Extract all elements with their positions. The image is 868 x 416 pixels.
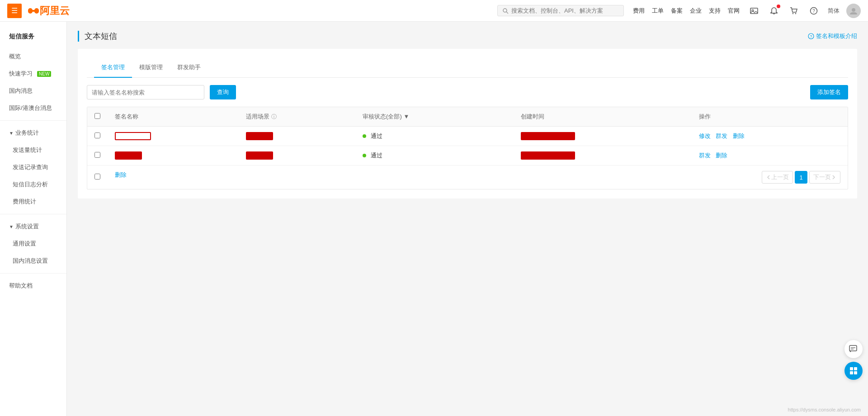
nav-ticket[interactable]: 工单 [652, 7, 664, 15]
table-footer-row: 删除 上一页 1 下一页 [87, 165, 848, 189]
content-area: 签名管理 模版管理 群发助手 查询 添加签名 [78, 49, 857, 199]
action-mass-send-1[interactable]: 群发 [716, 132, 727, 139]
sidebar-service-title: 短信服务 [0, 29, 66, 48]
sidebar-divider-1 [0, 120, 66, 121]
action-mass-send-2[interactable]: 群发 [699, 152, 711, 159]
search-input[interactable] [87, 85, 204, 99]
sidebar-item-send-stats[interactable]: 发送量统计 [0, 142, 66, 159]
svg-rect-17 [850, 367, 853, 370]
svg-point-3 [503, 9, 507, 12]
svg-point-11 [852, 8, 855, 12]
sidebar-section-label-system: 系统设置 [15, 222, 39, 231]
bell-icon-btn[interactable] [767, 4, 781, 18]
svg-rect-18 [854, 367, 857, 370]
sidebar-divider-2 [0, 214, 66, 214]
svg-text:?: ? [812, 9, 815, 14]
sidebar-item-general-settings[interactable]: 通用设置 [0, 235, 66, 252]
td-actions-1: 修改 群发 删除 [692, 127, 848, 146]
col-name-label: 签名名称 [115, 113, 138, 120]
tab-template-label: 模版管理 [139, 64, 163, 71]
main-content: 文本短信 ? 签名和模板介绍 签名管理 模版管理 群发助手 [67, 22, 868, 416]
tab-mass-send[interactable]: 群发助手 [170, 58, 208, 78]
sidebar-item-overview[interactable]: 概览 [0, 48, 66, 65]
col-created-label: 创建时间 [521, 113, 544, 120]
td-status-1: 通过 [355, 127, 514, 146]
bulk-delete-btn[interactable]: 删除 [115, 171, 127, 178]
page-1-btn[interactable]: 1 [795, 171, 807, 184]
svg-point-7 [793, 13, 793, 14]
help-icon-btn[interactable]: ? [807, 4, 821, 18]
nav-official[interactable]: 官网 [728, 7, 740, 15]
sidebar-item-international[interactable]: 国际/港澳台消息 [0, 99, 66, 117]
td-created-1 [514, 127, 692, 146]
sidebar-item-label-general: 通用设置 [13, 240, 36, 248]
tab-template[interactable]: 模版管理 [132, 58, 170, 78]
sidebar-item-label-domestic: 国内消息 [9, 87, 33, 95]
search-button[interactable]: 查询 [210, 85, 236, 99]
arrow-down-icon: ▼ [9, 131, 14, 136]
prev-label: 上一页 [771, 173, 789, 181]
sidebar-item-label-quicklearn: 快速学习 [9, 70, 33, 78]
avatar[interactable] [846, 4, 861, 18]
next-page-btn[interactable]: 下一页 [809, 171, 840, 184]
main-layout: 短信服务 概览 快速学习 NEW 国内消息 国际/港澳台消息 ▼ 业务统计 发送… [0, 22, 868, 416]
global-search-input[interactable] [511, 7, 619, 14]
chat-tool-btn[interactable] [844, 340, 863, 358]
cart-icon-btn[interactable] [787, 4, 801, 18]
page-header: 文本短信 ? 签名和模板介绍 [78, 31, 857, 42]
action-modify-1[interactable]: 修改 [699, 132, 711, 139]
chat-icon [849, 345, 858, 354]
sidebar-item-send-log[interactable]: 发送记录查询 [0, 159, 66, 176]
nav-icp[interactable]: 备案 [671, 7, 683, 15]
nav-fee[interactable]: 费用 [633, 7, 645, 15]
new-badge: NEW [37, 71, 51, 77]
lang-btn[interactable]: 简体 [826, 4, 841, 18]
table: 签名名称 适用场景 ⓘ 审核状态(全部) ▼ 创建时间 [87, 107, 848, 189]
search-bar: 查询 添加签名 [87, 85, 848, 99]
col-scene-label: 适用场景 ⓘ [246, 113, 277, 120]
status-text-1: 通过 [371, 132, 382, 139]
sidebar-item-quicklearn[interactable]: 快速学习 NEW [0, 65, 66, 82]
header-nav: 费用 工单 备案 企业 支持 官网 [633, 7, 740, 15]
help-link-text: 签名和模板介绍 [816, 32, 857, 40]
sidebar-item-label-send-stats: 发送量统计 [13, 146, 42, 154]
grid-tool-btn[interactable] [844, 362, 863, 380]
sidebar-item-domestic-settings[interactable]: 国内消息设置 [0, 252, 66, 269]
td-name-1 [108, 127, 239, 146]
footer-url: https://dysms.console.aliyun.com [788, 407, 861, 412]
row-1-checkbox[interactable] [94, 132, 100, 138]
action-delete-2[interactable]: 删除 [716, 152, 727, 159]
nav-enterprise[interactable]: 企业 [690, 7, 702, 15]
sidebar-item-help-docs[interactable]: 帮助文档 [0, 277, 66, 294]
prev-page-btn[interactable]: 上一页 [762, 171, 793, 184]
td-footer-actions: 删除 上一页 1 下一页 [108, 165, 848, 189]
bell-badge [777, 5, 780, 8]
td-actions-2: 群发 删除 [692, 146, 848, 165]
tab-signature[interactable]: 签名管理 [94, 58, 132, 78]
menu-icon: ☰ [11, 6, 18, 15]
sidebar-section-business-stats[interactable]: ▼ 业务统计 [0, 124, 66, 142]
th-scene: 适用场景 ⓘ [239, 107, 355, 127]
row-2-checkbox[interactable] [94, 152, 100, 158]
sidebar-item-sms-log[interactable]: 短信日志分析 [0, 176, 66, 193]
svg-line-4 [506, 12, 508, 14]
status-dot-1 [363, 134, 366, 138]
menu-button[interactable]: ☰ [7, 4, 22, 18]
image-icon-btn[interactable] [747, 4, 761, 18]
help-link[interactable]: ? 签名和模板介绍 [808, 32, 857, 40]
avatar-icon [849, 6, 858, 15]
sidebar-item-domestic[interactable]: 国内消息 [0, 82, 66, 99]
sidebar-section-system-settings[interactable]: ▼ 系统设置 [0, 218, 66, 235]
th-actions: 操作 [692, 107, 848, 127]
nav-support[interactable]: 支持 [709, 7, 721, 15]
select-all-checkbox[interactable] [94, 113, 100, 119]
action-delete-1[interactable]: 删除 [733, 132, 745, 139]
sidebar-item-fee-stats[interactable]: 费用统计 [0, 193, 66, 210]
footer-link: https://dysms.console.aliyun.com [788, 407, 861, 412]
filter-icon[interactable]: ▼ [403, 113, 409, 120]
created-redacted-1 [521, 132, 575, 140]
footer-checkbox[interactable] [94, 174, 100, 180]
add-signature-button[interactable]: 添加签名 [810, 85, 848, 99]
th-created: 创建时间 [514, 107, 692, 127]
cart-icon [790, 7, 798, 15]
